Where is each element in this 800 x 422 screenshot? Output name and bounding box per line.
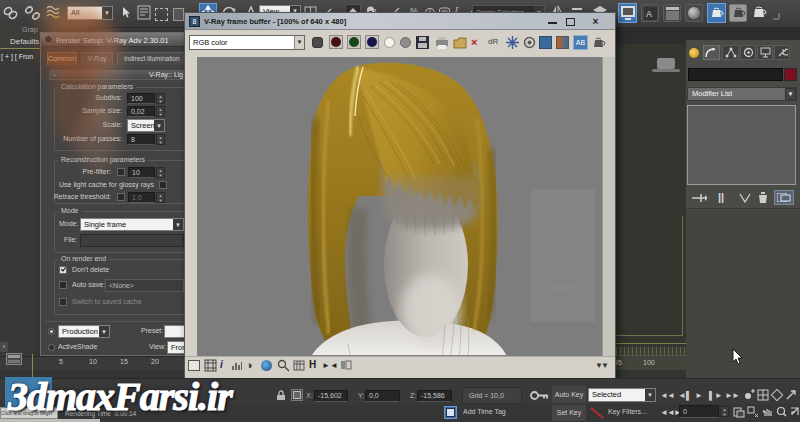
svg-text:A: A: [646, 9, 652, 19]
svg-text:mass: mass: [550, 281, 574, 292]
